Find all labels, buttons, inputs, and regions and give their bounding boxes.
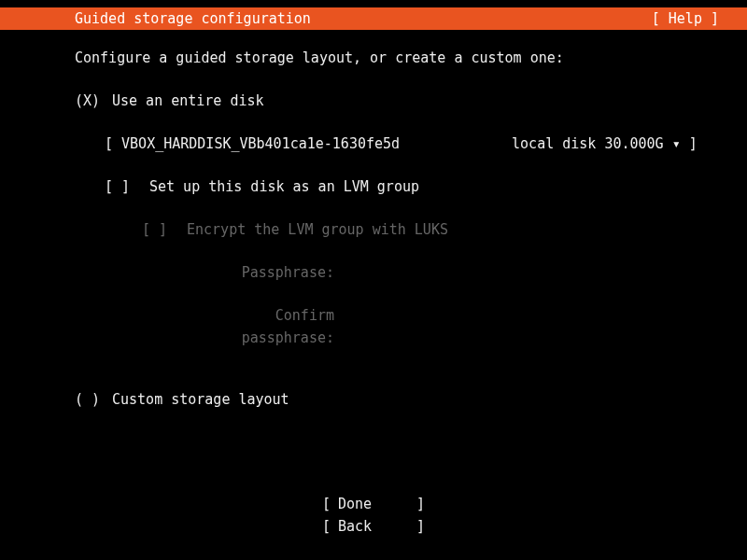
- passphrase-field: Passphrase:: [75, 261, 747, 284]
- checkbox-label: Encrypt the LVM group with LUKS: [187, 218, 448, 241]
- checkbox-label: Set up this disk as an LVM group: [149, 175, 419, 198]
- back-label: Back: [331, 515, 416, 538]
- done-button[interactable]: [ Done ]: [322, 493, 425, 515]
- chevron-down-icon: ▾: [672, 133, 681, 155]
- confirm-passphrase-label: Confirm passphrase:: [177, 304, 334, 349]
- radio-mark-icon: (X): [75, 90, 112, 112]
- page-title: Guided storage configuration: [75, 7, 311, 30]
- done-label: Done: [331, 493, 416, 515]
- radio-custom-layout[interactable]: ( ) Custom storage layout: [75, 388, 747, 411]
- disk-selector[interactable]: [ VBOX_HARDDISK_VBb401ca1e-1630fe5d loca…: [75, 133, 747, 155]
- checkbox-lvm[interactable]: [ ] Set up this disk as an LVM group: [75, 175, 747, 198]
- bracket-open: [: [105, 133, 113, 155]
- disk-name: VBOX_HARDDISK_VBb401ca1e-1630fe5d: [121, 133, 512, 155]
- header-bar: Guided storage configuration [ Help ]: [0, 7, 747, 30]
- disk-desc: local disk 30.000G: [512, 133, 664, 155]
- radio-use-entire-disk[interactable]: (X) Use an entire disk: [75, 90, 747, 112]
- confirm-passphrase-field: Confirm passphrase:: [75, 304, 747, 349]
- radio-mark-icon: ( ): [75, 388, 112, 411]
- help-button[interactable]: [ Help ]: [652, 7, 719, 30]
- radio-label: Custom storage layout: [112, 388, 289, 411]
- back-button[interactable]: [ Back ]: [322, 515, 425, 538]
- checkbox-mark-icon: [ ]: [105, 175, 149, 198]
- checkbox-luks: [ ] Encrypt the LVM group with LUKS: [75, 218, 747, 241]
- bracket-close: ]: [689, 133, 698, 155]
- main-content: Configure a guided storage layout, or cr…: [0, 30, 747, 411]
- intro-text: Configure a guided storage layout, or cr…: [75, 47, 747, 69]
- passphrase-label: Passphrase:: [177, 261, 334, 284]
- radio-label: Use an entire disk: [112, 90, 264, 112]
- footer: [ Done ] [ Back ]: [0, 493, 747, 538]
- checkbox-mark-icon: [ ]: [142, 218, 187, 241]
